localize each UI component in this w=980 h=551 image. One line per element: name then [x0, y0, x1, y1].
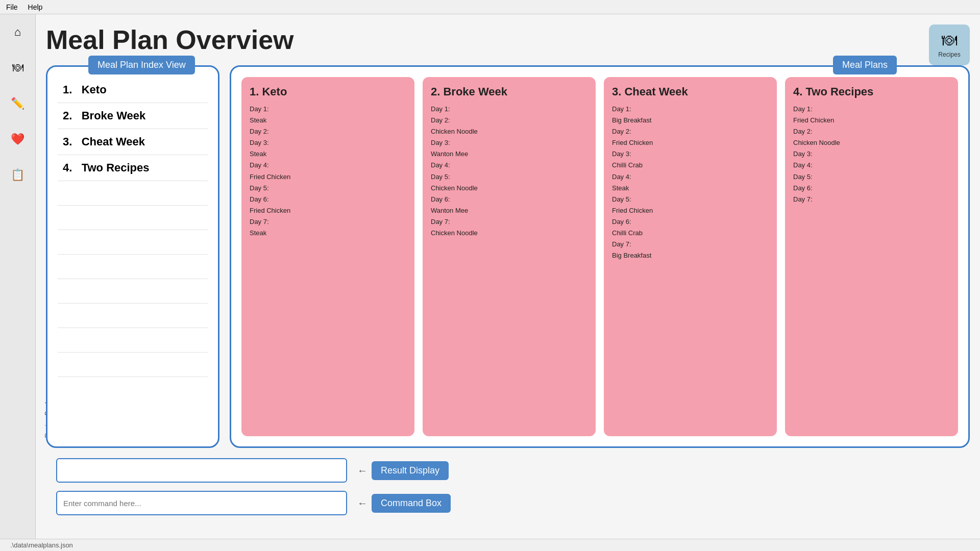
list-item[interactable]: 1. Keto: [58, 77, 208, 103]
page-title: Meal Plan Overview: [46, 24, 970, 55]
list-item[interactable]: 2. Broke Week: [58, 103, 208, 129]
arrow-left-icon: ←: [357, 465, 368, 477]
card-content: Day 1:Big Breakfast Day 2:Fried Chicken …: [612, 104, 769, 261]
bottom-section: ← Result Display ← Command Box: [46, 453, 970, 529]
index-view-annotation: Meal Plan Index View: [88, 56, 195, 74]
card-content: Day 1:Steak Day 2: Day 3:Steak Day 4:Fri…: [250, 104, 406, 239]
meal-card-two-recipes[interactable]: 4. Two Recipes Day 1:Fried Chicken Day 2…: [785, 77, 958, 436]
status-bar: .\data\mealplans.json: [0, 539, 980, 551]
index-panel: Meal Plan Index View 1. Keto 2. Broke We…: [46, 65, 219, 448]
command-box-row: ← Command Box: [56, 491, 960, 515]
arrow-left-icon2: ←: [357, 497, 368, 509]
meal-card-cheat-week[interactable]: 3. Cheat Week Day 1:Big Breakfast Day 2:…: [604, 77, 777, 436]
sidebar-tools[interactable]: ✏️: [5, 91, 31, 116]
sidebar-home[interactable]: ⌂: [5, 19, 31, 45]
result-display-row: ← Result Display: [56, 458, 960, 483]
card-title: 2. Broke Week: [431, 85, 587, 98]
list-item: [58, 304, 208, 328]
result-display-annotation: Result Display: [372, 461, 449, 480]
command-box-annotation: Command Box: [372, 494, 451, 513]
list-item[interactable]: 3. Cheat Week: [58, 129, 208, 155]
home-icon: ⌂: [14, 26, 21, 39]
index-list: 1. Keto 2. Broke Week 3. Cheat Week 4. T…: [58, 77, 208, 377]
menu-bar: File Help: [0, 0, 980, 14]
card-content: Day 1:Fried Chicken Day 2:Chicken Noodle…: [793, 104, 950, 205]
meal-card-keto[interactable]: 1. Keto Day 1:Steak Day 2: Day 3:Steak D…: [241, 77, 414, 436]
status-path: .\data\mealplans.json: [10, 541, 73, 549]
main-container: ⌂ 🍽 ✏️ ❤️ 📋 🍽 Recipes Meal Plan Overview…: [0, 14, 980, 539]
sidebar-health[interactable]: ❤️: [5, 127, 31, 152]
list-item: [58, 255, 208, 279]
list-item: [58, 279, 208, 304]
main-row: Recipe Book:Meal Plans Meal Plan Index V…: [46, 65, 970, 448]
sidebar-chef[interactable]: 🍽: [5, 55, 31, 81]
card-title: 3. Cheat Week: [612, 85, 769, 98]
result-display-box: [56, 458, 347, 483]
card-content: Day 1: Day 2:Chicken Noodle Day 3:Wanton…: [431, 104, 587, 239]
list-item[interactable]: 4. Two Recipes: [58, 155, 208, 181]
command-input[interactable]: [56, 491, 347, 515]
plans-panel: Meal Plans 1. Keto Day 1:Steak Day 2: Da…: [230, 65, 970, 448]
sidebar-book[interactable]: 📋: [5, 162, 31, 188]
content-area: 🍽 Recipes Meal Plan Overview Recipe Book…: [36, 14, 980, 539]
sidebar: ⌂ 🍽 ✏️ ❤️ 📋: [0, 14, 36, 539]
recipes-icon: 🍽: [942, 32, 957, 49]
book-icon: 📋: [11, 168, 24, 182]
chef-hat-icon: 🍽: [12, 61, 23, 74]
health-icon: ❤️: [11, 133, 24, 146]
list-item: [58, 181, 208, 206]
menu-help[interactable]: Help: [28, 3, 43, 11]
meal-card-broke-week[interactable]: 2. Broke Week Day 1: Day 2:Chicken Noodl…: [423, 77, 596, 436]
card-title: 4. Two Recipes: [793, 85, 950, 98]
list-item: [58, 353, 208, 377]
list-item: [58, 206, 208, 230]
list-item: [58, 230, 208, 255]
recipes-button[interactable]: 🍽 Recipes: [929, 24, 970, 65]
meal-plans-annotation: Meal Plans: [833, 56, 897, 74]
list-item: [58, 328, 208, 353]
tools-icon: ✏️: [11, 97, 24, 110]
menu-file[interactable]: File: [6, 3, 18, 11]
card-title: 1. Keto: [250, 85, 406, 98]
recipes-label: Recipes: [938, 51, 960, 58]
